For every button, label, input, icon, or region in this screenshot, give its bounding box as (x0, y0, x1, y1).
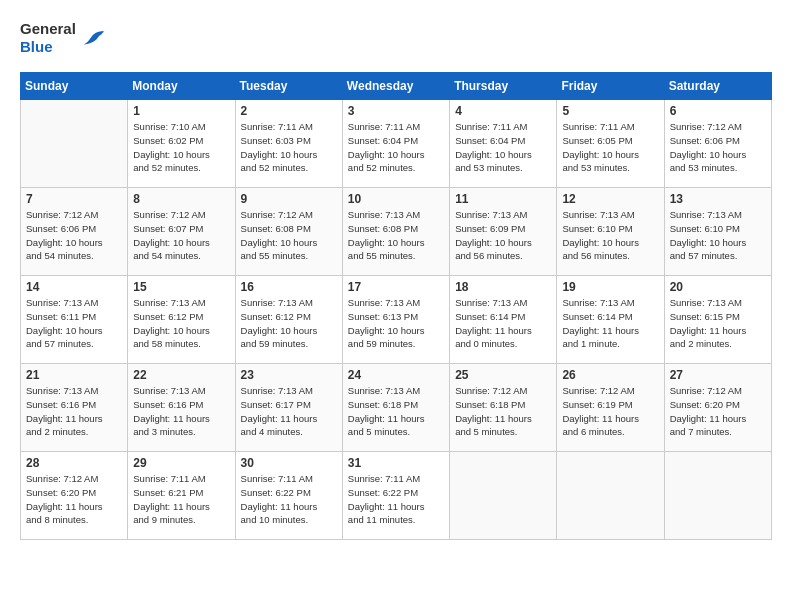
calendar-cell: 28Sunrise: 7:12 AM Sunset: 6:20 PM Dayli… (21, 452, 128, 540)
weekday-header-saturday: Saturday (664, 73, 771, 100)
calendar-cell: 20Sunrise: 7:13 AM Sunset: 6:15 PM Dayli… (664, 276, 771, 364)
day-info: Sunrise: 7:10 AM Sunset: 6:02 PM Dayligh… (133, 120, 229, 175)
week-row-4: 21Sunrise: 7:13 AM Sunset: 6:16 PM Dayli… (21, 364, 772, 452)
calendar-cell: 5Sunrise: 7:11 AM Sunset: 6:05 PM Daylig… (557, 100, 664, 188)
day-info: Sunrise: 7:13 AM Sunset: 6:16 PM Dayligh… (26, 384, 122, 439)
week-row-2: 7Sunrise: 7:12 AM Sunset: 6:06 PM Daylig… (21, 188, 772, 276)
calendar-cell (450, 452, 557, 540)
week-row-5: 28Sunrise: 7:12 AM Sunset: 6:20 PM Dayli… (21, 452, 772, 540)
calendar-cell: 24Sunrise: 7:13 AM Sunset: 6:18 PM Dayli… (342, 364, 449, 452)
weekday-header-wednesday: Wednesday (342, 73, 449, 100)
day-number: 20 (670, 280, 766, 294)
calendar-cell: 11Sunrise: 7:13 AM Sunset: 6:09 PM Dayli… (450, 188, 557, 276)
day-number: 14 (26, 280, 122, 294)
day-number: 31 (348, 456, 444, 470)
calendar-cell: 15Sunrise: 7:13 AM Sunset: 6:12 PM Dayli… (128, 276, 235, 364)
logo-wrapper: General Blue (20, 20, 106, 56)
day-info: Sunrise: 7:12 AM Sunset: 6:07 PM Dayligh… (133, 208, 229, 263)
day-info: Sunrise: 7:13 AM Sunset: 6:14 PM Dayligh… (455, 296, 551, 351)
day-info: Sunrise: 7:12 AM Sunset: 6:08 PM Dayligh… (241, 208, 337, 263)
day-number: 2 (241, 104, 337, 118)
calendar-cell: 25Sunrise: 7:12 AM Sunset: 6:18 PM Dayli… (450, 364, 557, 452)
day-info: Sunrise: 7:13 AM Sunset: 6:11 PM Dayligh… (26, 296, 122, 351)
day-number: 29 (133, 456, 229, 470)
day-number: 16 (241, 280, 337, 294)
calendar-cell: 27Sunrise: 7:12 AM Sunset: 6:20 PM Dayli… (664, 364, 771, 452)
logo-blue: Blue (20, 38, 76, 56)
day-number: 1 (133, 104, 229, 118)
day-number: 27 (670, 368, 766, 382)
day-number: 23 (241, 368, 337, 382)
day-number: 11 (455, 192, 551, 206)
calendar-cell: 17Sunrise: 7:13 AM Sunset: 6:13 PM Dayli… (342, 276, 449, 364)
calendar-cell: 2Sunrise: 7:11 AM Sunset: 6:03 PM Daylig… (235, 100, 342, 188)
day-info: Sunrise: 7:13 AM Sunset: 6:13 PM Dayligh… (348, 296, 444, 351)
day-info: Sunrise: 7:12 AM Sunset: 6:19 PM Dayligh… (562, 384, 658, 439)
calendar-cell: 4Sunrise: 7:11 AM Sunset: 6:04 PM Daylig… (450, 100, 557, 188)
page-header: General Blue (20, 20, 772, 56)
day-info: Sunrise: 7:13 AM Sunset: 6:08 PM Dayligh… (348, 208, 444, 263)
calendar-cell (21, 100, 128, 188)
day-info: Sunrise: 7:13 AM Sunset: 6:14 PM Dayligh… (562, 296, 658, 351)
calendar-cell: 8Sunrise: 7:12 AM Sunset: 6:07 PM Daylig… (128, 188, 235, 276)
day-info: Sunrise: 7:11 AM Sunset: 6:22 PM Dayligh… (348, 472, 444, 527)
calendar-cell: 31Sunrise: 7:11 AM Sunset: 6:22 PM Dayli… (342, 452, 449, 540)
calendar-cell: 1Sunrise: 7:10 AM Sunset: 6:02 PM Daylig… (128, 100, 235, 188)
day-number: 19 (562, 280, 658, 294)
calendar-cell: 26Sunrise: 7:12 AM Sunset: 6:19 PM Dayli… (557, 364, 664, 452)
day-info: Sunrise: 7:12 AM Sunset: 6:06 PM Dayligh… (26, 208, 122, 263)
calendar-cell: 6Sunrise: 7:12 AM Sunset: 6:06 PM Daylig… (664, 100, 771, 188)
day-info: Sunrise: 7:12 AM Sunset: 6:18 PM Dayligh… (455, 384, 551, 439)
weekday-header-tuesday: Tuesday (235, 73, 342, 100)
calendar-cell: 18Sunrise: 7:13 AM Sunset: 6:14 PM Dayli… (450, 276, 557, 364)
calendar-cell: 30Sunrise: 7:11 AM Sunset: 6:22 PM Dayli… (235, 452, 342, 540)
calendar-cell (664, 452, 771, 540)
calendar-cell: 9Sunrise: 7:12 AM Sunset: 6:08 PM Daylig… (235, 188, 342, 276)
logo-bird-icon (82, 28, 106, 48)
day-info: Sunrise: 7:11 AM Sunset: 6:03 PM Dayligh… (241, 120, 337, 175)
day-info: Sunrise: 7:13 AM Sunset: 6:18 PM Dayligh… (348, 384, 444, 439)
weekday-header-friday: Friday (557, 73, 664, 100)
calendar-cell: 14Sunrise: 7:13 AM Sunset: 6:11 PM Dayli… (21, 276, 128, 364)
day-number: 13 (670, 192, 766, 206)
weekday-header-thursday: Thursday (450, 73, 557, 100)
day-number: 4 (455, 104, 551, 118)
day-number: 22 (133, 368, 229, 382)
calendar-cell (557, 452, 664, 540)
calendar-cell: 22Sunrise: 7:13 AM Sunset: 6:16 PM Dayli… (128, 364, 235, 452)
day-info: Sunrise: 7:13 AM Sunset: 6:16 PM Dayligh… (133, 384, 229, 439)
day-info: Sunrise: 7:12 AM Sunset: 6:20 PM Dayligh… (26, 472, 122, 527)
calendar-cell: 3Sunrise: 7:11 AM Sunset: 6:04 PM Daylig… (342, 100, 449, 188)
logo: General Blue (20, 20, 106, 56)
day-number: 10 (348, 192, 444, 206)
day-number: 26 (562, 368, 658, 382)
calendar-table: SundayMondayTuesdayWednesdayThursdayFrid… (20, 72, 772, 540)
day-number: 21 (26, 368, 122, 382)
weekday-header-monday: Monday (128, 73, 235, 100)
day-info: Sunrise: 7:13 AM Sunset: 6:10 PM Dayligh… (670, 208, 766, 263)
calendar-cell: 7Sunrise: 7:12 AM Sunset: 6:06 PM Daylig… (21, 188, 128, 276)
weekday-header-row: SundayMondayTuesdayWednesdayThursdayFrid… (21, 73, 772, 100)
day-info: Sunrise: 7:13 AM Sunset: 6:12 PM Dayligh… (241, 296, 337, 351)
day-number: 17 (348, 280, 444, 294)
logo-general: General (20, 20, 76, 38)
day-number: 9 (241, 192, 337, 206)
day-number: 5 (562, 104, 658, 118)
calendar-cell: 29Sunrise: 7:11 AM Sunset: 6:21 PM Dayli… (128, 452, 235, 540)
day-info: Sunrise: 7:11 AM Sunset: 6:22 PM Dayligh… (241, 472, 337, 527)
calendar-cell: 12Sunrise: 7:13 AM Sunset: 6:10 PM Dayli… (557, 188, 664, 276)
day-number: 8 (133, 192, 229, 206)
day-info: Sunrise: 7:11 AM Sunset: 6:04 PM Dayligh… (455, 120, 551, 175)
calendar-cell: 10Sunrise: 7:13 AM Sunset: 6:08 PM Dayli… (342, 188, 449, 276)
day-number: 25 (455, 368, 551, 382)
day-number: 24 (348, 368, 444, 382)
day-number: 18 (455, 280, 551, 294)
week-row-1: 1Sunrise: 7:10 AM Sunset: 6:02 PM Daylig… (21, 100, 772, 188)
day-info: Sunrise: 7:13 AM Sunset: 6:12 PM Dayligh… (133, 296, 229, 351)
day-number: 12 (562, 192, 658, 206)
calendar-cell: 21Sunrise: 7:13 AM Sunset: 6:16 PM Dayli… (21, 364, 128, 452)
day-info: Sunrise: 7:13 AM Sunset: 6:17 PM Dayligh… (241, 384, 337, 439)
day-info: Sunrise: 7:13 AM Sunset: 6:09 PM Dayligh… (455, 208, 551, 263)
day-info: Sunrise: 7:12 AM Sunset: 6:20 PM Dayligh… (670, 384, 766, 439)
day-info: Sunrise: 7:11 AM Sunset: 6:05 PM Dayligh… (562, 120, 658, 175)
